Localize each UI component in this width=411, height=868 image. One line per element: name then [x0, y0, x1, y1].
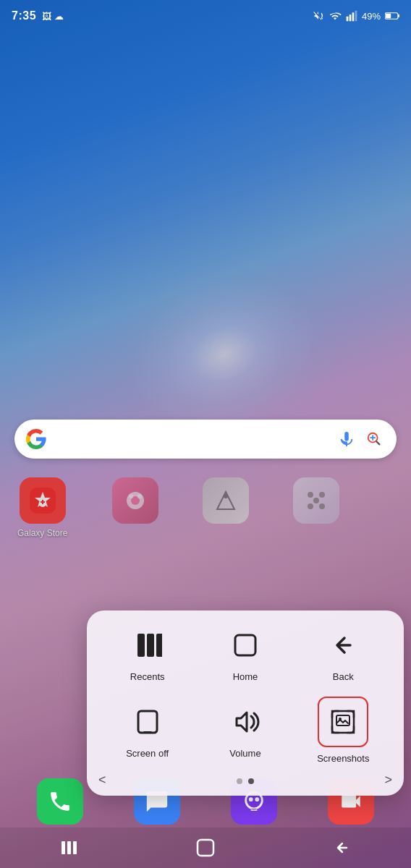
phone-icon [48, 789, 72, 814]
volume-icon-container [225, 702, 266, 742]
nav-item-screen-off[interactable]: Screen off [111, 702, 184, 759]
screenshots-icon-container [318, 697, 368, 747]
google-logo [26, 429, 46, 449]
nav-home-button[interactable] [184, 833, 227, 862]
search-bar[interactable] [14, 420, 397, 459]
nav-home-icon [195, 838, 216, 858]
nav-bottom-row: Screen off Volume [98, 697, 392, 764]
volume-icon [231, 707, 260, 736]
svg-rect-2 [352, 12, 355, 21]
home-label: Home [233, 671, 258, 682]
nav-recents-icon [60, 839, 77, 856]
svg-rect-35 [198, 840, 213, 856]
pagination-dots [237, 778, 254, 784]
recents-icon [133, 631, 162, 660]
svg-rect-23 [156, 634, 162, 657]
svg-rect-0 [347, 17, 349, 22]
screen-off-icon-container [127, 702, 168, 742]
prev-page-button[interactable]: < [98, 773, 106, 788]
nav-item-screenshots[interactable]: Screenshots [307, 697, 379, 764]
nav-top-row: Recents Home Back [98, 625, 392, 682]
dot-1 [237, 778, 242, 784]
nav-item-recents[interactable]: Recents [111, 625, 184, 682]
dot-2 [248, 778, 254, 784]
nav-popup: Recents Home Back [87, 610, 404, 796]
volume-label: Volume [229, 748, 260, 759]
nav-recents-button[interactable] [47, 833, 90, 862]
svg-rect-25 [138, 711, 157, 733]
recents-icon-container [127, 625, 168, 665]
nav-item-home[interactable]: Home [209, 625, 281, 682]
back-icon [329, 631, 357, 660]
status-time: 7:35 [12, 9, 36, 22]
wifi-icon [329, 10, 342, 22]
back-label: Back [333, 671, 354, 682]
svg-rect-5 [386, 14, 391, 18]
nav-back-button[interactable] [321, 833, 364, 862]
svg-rect-1 [349, 14, 352, 21]
signal-icon [346, 10, 357, 22]
svg-rect-34 [73, 841, 77, 854]
nav-item-back[interactable]: Back [307, 625, 379, 682]
svg-point-30 [249, 797, 253, 801]
status-icons: 🖼 ☁ [42, 11, 64, 22]
battery-percent: 49% [362, 11, 381, 22]
bottom-nav [0, 827, 411, 868]
nav-back-icon [334, 839, 351, 856]
svg-rect-32 [62, 841, 65, 854]
svg-rect-3 [355, 11, 357, 22]
screen-off-label: Screen off [126, 748, 169, 759]
svg-rect-33 [67, 841, 71, 854]
next-page-button[interactable]: > [384, 773, 392, 788]
cloud-icon: ☁ [54, 11, 64, 22]
screenshots-label: Screenshots [317, 753, 369, 764]
lens-icon[interactable] [363, 428, 385, 450]
mute-icon [313, 10, 324, 22]
svg-rect-24 [235, 635, 255, 655]
svg-rect-21 [137, 634, 145, 657]
recents-label: Recents [130, 671, 165, 682]
status-right: 49% [313, 10, 399, 22]
svg-rect-6 [398, 14, 399, 17]
nav-item-volume[interactable]: Volume [209, 702, 281, 759]
svg-rect-22 [147, 634, 154, 657]
photo-icon: 🖼 [42, 11, 51, 22]
dock-phone[interactable] [37, 778, 83, 825]
screenshots-icon [329, 707, 357, 736]
svg-point-31 [255, 797, 259, 801]
battery-icon [385, 11, 399, 21]
screen-off-icon [133, 707, 162, 736]
status-bar: 7:35 🖼 ☁ 49% [0, 0, 411, 32]
back-icon-container [323, 625, 363, 665]
svg-rect-26 [143, 731, 152, 733]
mic-icon[interactable] [336, 428, 357, 450]
home-icon-container [225, 625, 266, 665]
home-icon [231, 631, 260, 660]
